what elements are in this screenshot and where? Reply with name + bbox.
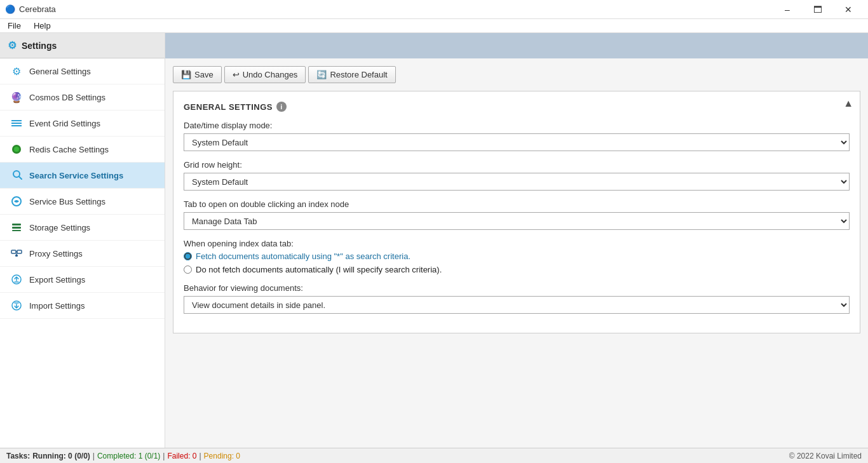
- menubar: File Help: [0, 19, 868, 33]
- svg-rect-0: [11, 120, 22, 121]
- save-button[interactable]: 💾 Save: [173, 66, 222, 83]
- svg-point-4: [14, 147, 19, 152]
- undo-label: Undo Changes: [243, 70, 298, 79]
- save-label: Save: [194, 70, 214, 79]
- sidebar-item-label-servicebus: Service Bus Settings: [29, 197, 105, 206]
- sidebar-item-label-eventgrid: Event Grid Settings: [29, 119, 100, 128]
- sidebar-item-label-import: Import Settings: [29, 301, 85, 311]
- menu-help[interactable]: Help: [29, 20, 56, 32]
- copyright-text: © 2022 Kovai Limited: [789, 452, 862, 460]
- radio-input-2[interactable]: [184, 265, 192, 274]
- gridrow-select[interactable]: System Default Small Medium Large: [184, 173, 850, 191]
- failed-status: Failed: 0: [167, 452, 196, 460]
- sidebar-item-search[interactable]: Search Service Settings: [0, 163, 165, 189]
- servicebus-settings-icon: [10, 195, 23, 208]
- content-area: 💾 Save ↩ Undo Changes 🔄 Restore Default …: [165, 33, 868, 448]
- sidebar-item-label-redis: Redis Cache Settings: [29, 145, 109, 154]
- running-status: Running: 0 (0/0): [32, 452, 90, 460]
- sidebar-item-label-proxy: Proxy Settings: [29, 249, 83, 258]
- collapse-button[interactable]: ▲: [843, 98, 853, 109]
- datetime-label: Date/time display mode:: [184, 121, 850, 130]
- restore-icon: 🔄: [316, 70, 327, 79]
- status-right: © 2022 Kovai Limited: [789, 452, 862, 460]
- settings-panel: ▲ GENERAL SETTINGS i Date/time display m…: [173, 91, 860, 333]
- minimize-button[interactable]: –: [773, 0, 802, 19]
- sidebar-item-label-export: Export Settings: [29, 275, 85, 285]
- svg-rect-2: [11, 125, 22, 126]
- svg-rect-9: [12, 227, 21, 229]
- radio-input-1[interactable]: [184, 252, 192, 260]
- save-icon: 💾: [181, 70, 191, 79]
- opening-group: When opening index data tab: Fetch docum…: [184, 239, 850, 274]
- import-settings-icon: [10, 299, 23, 312]
- radio-text-1: Fetch documents automatically using "*" …: [196, 252, 410, 261]
- search-settings-icon: [10, 169, 23, 182]
- info-icon[interactable]: i: [276, 102, 287, 112]
- sidebar-item-redis[interactable]: Redis Cache Settings: [0, 137, 165, 163]
- content-body: 💾 Save ↩ Undo Changes 🔄 Restore Default …: [165, 58, 868, 448]
- sidebar: ⚙ Settings ⚙ General Settings 🔮 Cosmos D…: [0, 33, 165, 448]
- behavior-group: Behavior for viewing documents: View doc…: [184, 283, 850, 314]
- proxy-settings-icon: [10, 247, 23, 260]
- sidebar-item-label-search: Search Service Settings: [29, 171, 123, 180]
- pending-status: Pending: 0: [204, 452, 240, 460]
- main-container: ⚙ Settings ⚙ General Settings 🔮 Cosmos D…: [0, 33, 868, 448]
- sidebar-item-label-general: General Settings: [29, 67, 91, 76]
- maximize-button[interactable]: 🗖: [803, 0, 832, 19]
- gridrow-group: Grid row height: System Default Small Me…: [184, 160, 850, 191]
- close-button[interactable]: ✕: [834, 0, 863, 19]
- redis-settings-icon: [10, 143, 23, 156]
- sidebar-item-general[interactable]: ⚙ General Settings: [0, 58, 165, 84]
- tab-select[interactable]: Manage Data Tab Design Tab Index Tab: [184, 212, 850, 230]
- section-title: GENERAL SETTINGS i: [184, 102, 850, 112]
- sidebar-item-cosmos[interactable]: 🔮 Cosmos DB Settings: [0, 84, 165, 111]
- undo-icon: ↩: [233, 70, 240, 79]
- menu-file[interactable]: File: [3, 20, 26, 32]
- titlebar-controls: – 🗖 ✕: [773, 0, 863, 19]
- radio-text-2: Do not fetch documents automatically (I …: [196, 265, 442, 274]
- storage-settings-icon: [10, 221, 23, 234]
- opening-label: When opening index data tab:: [184, 239, 850, 248]
- svg-rect-14: [15, 255, 18, 257]
- restore-button[interactable]: 🔄 Restore Default: [308, 66, 395, 83]
- status-left: Tasks: Running: 0 (0/0) | Completed: 1 (…: [6, 452, 240, 460]
- radio-option-1[interactable]: Fetch documents automatically using "*" …: [184, 252, 850, 261]
- section-title-text: GENERAL SETTINGS: [184, 102, 273, 112]
- behavior-select[interactable]: View document details in side panel. Ope…: [184, 296, 850, 314]
- tab-label: Tab to open on double clicking an index …: [184, 199, 850, 209]
- sidebar-item-import[interactable]: Import Settings: [0, 293, 165, 319]
- export-settings-icon: [10, 273, 23, 286]
- sidebar-header: ⚙ Settings: [0, 33, 165, 58]
- radio-option-2[interactable]: Do not fetch documents automatically (I …: [184, 265, 850, 274]
- cosmos-settings-icon: 🔮: [10, 91, 23, 104]
- content-header: [165, 33, 868, 58]
- settings-header-icon: ⚙: [8, 39, 17, 51]
- undo-button[interactable]: ↩ Undo Changes: [224, 66, 306, 83]
- gridrow-label: Grid row height:: [184, 160, 850, 170]
- sidebar-item-label-storage: Storage Settings: [29, 223, 90, 232]
- svg-rect-8: [12, 224, 21, 225]
- svg-rect-10: [12, 230, 21, 231]
- sidebar-item-export[interactable]: Export Settings: [0, 267, 165, 293]
- datetime-group: Date/time display mode: System Default U…: [184, 121, 850, 151]
- sidebar-item-servicebus[interactable]: Service Bus Settings: [0, 189, 165, 215]
- svg-rect-11: [11, 250, 16, 253]
- sidebar-nav: ⚙ General Settings 🔮 Cosmos DB Settings …: [0, 58, 165, 448]
- sidebar-item-eventgrid[interactable]: Event Grid Settings: [0, 111, 165, 137]
- svg-line-6: [19, 177, 22, 179]
- tab-group: Tab to open on double clicking an index …: [184, 199, 850, 230]
- completed-status: Completed: 1 (0/1): [97, 452, 160, 460]
- tasks-label: Tasks:: [6, 452, 30, 460]
- datetime-select[interactable]: System Default UTC Local Time Custom: [184, 133, 850, 151]
- svg-rect-1: [11, 123, 22, 124]
- app-icon: 🔵: [5, 4, 15, 15]
- app-title: Cerebrata: [19, 4, 56, 14]
- toolbar: 💾 Save ↩ Undo Changes 🔄 Restore Default: [173, 66, 860, 83]
- sidebar-header-label: Settings: [22, 41, 57, 51]
- radio-group: Fetch documents automatically using "*" …: [184, 252, 850, 274]
- svg-rect-12: [17, 250, 22, 253]
- titlebar-left: 🔵 Cerebrata: [5, 4, 56, 15]
- restore-label: Restore Default: [330, 70, 387, 79]
- sidebar-item-storage[interactable]: Storage Settings: [0, 215, 165, 241]
- sidebar-item-proxy[interactable]: Proxy Settings: [0, 241, 165, 267]
